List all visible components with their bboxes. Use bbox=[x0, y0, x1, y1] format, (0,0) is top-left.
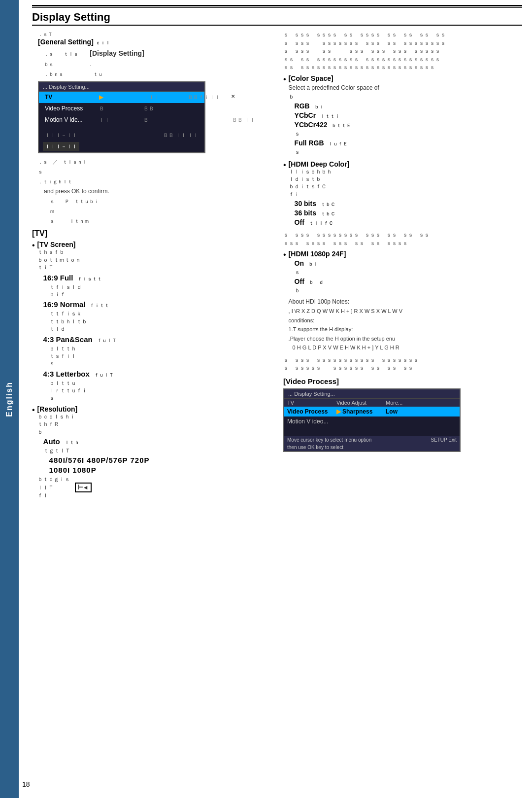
tv-heading: [TV] bbox=[32, 229, 273, 238]
menu-extra-val1: ＩＩＩ－ＩＩ bbox=[43, 131, 82, 140]
43panscan-label: 4:3 Pan&Scan bbox=[43, 335, 93, 344]
vp-header-row: TV Video Adjust More... bbox=[284, 399, 460, 407]
43panscan-note2: ｔｓｆｉｌ bbox=[49, 352, 117, 360]
video-process-screenshot: ... Display Setting... TV Video Adjust M… bbox=[283, 388, 461, 452]
color-space-note: ｂ bbox=[289, 93, 379, 101]
menu-mv-val4: ＢＢ ＩＩ bbox=[230, 115, 269, 125]
general-setting-label: [General Setting] bbox=[38, 38, 94, 46]
auto-note: ｔｇｔｌＴ bbox=[43, 447, 150, 454]
169normal-note3: ｔｌｄ bbox=[49, 325, 117, 333]
30bits-label: 30 bits bbox=[295, 200, 316, 208]
169full-label: 16:9 Full bbox=[43, 274, 73, 282]
hdmi-dc-note4: ｆｉ bbox=[289, 191, 350, 198]
title-rule bbox=[32, 25, 522, 26]
bottom-garbled1: ｓ ｓｓｓ ｓｓｓｓｓｓｓｓｓｓｓ ｓｓｓｓｓｓｓ ｓ ｓｓｓｓｓ ｓｓｓｓｓｓ… bbox=[283, 356, 522, 372]
resolution-desc3: ｂ bbox=[37, 428, 150, 436]
hdmi-dc-note2: ｌｄｉｓｔｂ bbox=[289, 175, 350, 183]
on-label: On bbox=[295, 259, 304, 267]
tv-screen-label: [TV Screen] bbox=[37, 241, 117, 248]
menu-row-tv: TV ▶ ＩＩＩ ＢＢｆｉｌｌ ✕ bbox=[39, 92, 204, 103]
off2-row: Off ｂ ｄ bbox=[295, 278, 403, 286]
resolution-icon: ⊢◄ bbox=[75, 483, 92, 492]
menu-title-bar-1: ... Display Setting... bbox=[39, 82, 204, 92]
general-setting-ref: ．ｓＴ bbox=[38, 31, 273, 38]
43panscan-note3: ｓ bbox=[49, 360, 117, 367]
side-tab-label: English bbox=[5, 382, 14, 417]
color-space-heading: [Color Space] bbox=[289, 74, 379, 82]
169normal-note2: ｔｔｂｈｌｔｂ bbox=[49, 318, 117, 325]
page-number: 18 bbox=[22, 780, 30, 788]
color-space-desc: Select a predefined Color space of bbox=[289, 83, 379, 92]
on-suffix: ｂｉ bbox=[308, 261, 318, 267]
hdmi-dc-heading: [HDMI Deep Color] bbox=[289, 160, 350, 168]
36bits-row: 36 bits ｔｂＣ bbox=[295, 209, 350, 217]
36bits-label: 36 bits bbox=[295, 209, 316, 217]
hdi-note3: 1.T supports the H display: bbox=[289, 325, 403, 334]
resolution-desc1: ｂｃｄｌｓｈｉ bbox=[37, 413, 150, 420]
43letterbox-row: 4:3 Letterbox ｆｕｌＴ bbox=[43, 370, 117, 379]
hdmi-1080p-heading: [HDMI 1080p 24F] bbox=[289, 250, 403, 258]
menu-tv-label: TV bbox=[43, 93, 92, 102]
top-rule2 bbox=[32, 7, 522, 8]
off-suffix: ｔｌｉｆＣ bbox=[309, 220, 333, 226]
169full-suffix: ｆｉｓｔｔ bbox=[77, 276, 102, 281]
tv-screen-bullet-symbol: • bbox=[32, 241, 35, 250]
43panscan-note1: ｂｌｔｔｈ bbox=[49, 345, 117, 352]
tv-screen-content: [TV Screen] ｔｈｓｆｂ ｂｏｔｔｍｔｏｎ ｔｉＴ 16:9 Full… bbox=[37, 241, 117, 402]
resolution-values-1: 480I/576I 480P/576P 720P bbox=[49, 456, 150, 464]
resolution-bullet: • [Resolution] ｂｃｄｌｓｈｉ ｔｈｆＲ ｂ Auto ｌｔｈ ｔ… bbox=[32, 405, 273, 499]
color-space-bullet: • [Color Space] Select a predefined Colo… bbox=[283, 74, 522, 156]
nav-note: ．ｓ ／ ｔｉｓｎｌ bbox=[38, 157, 273, 166]
menu-tv-arrow: ▶ bbox=[97, 93, 136, 102]
vp-header-more: More... bbox=[386, 400, 402, 406]
43letterbox-note3: ｓ bbox=[49, 394, 117, 402]
color-space-note2: ｓ bbox=[295, 130, 379, 138]
off-label: Off bbox=[295, 218, 304, 226]
fullrgb-row: Full RGB ｌｕｆＥ bbox=[295, 139, 379, 147]
rgb-row: RGB ｂｉ bbox=[295, 102, 379, 110]
auto-row: Auto ｌｔｈ bbox=[43, 437, 150, 446]
36bits-suffix: ｔｂＣ bbox=[321, 211, 335, 216]
ycbcr-row: YCbCr ｌｔｔｉ bbox=[295, 111, 379, 120]
resolution-note1: ｂｔｄｇｉｓ bbox=[37, 476, 150, 483]
menu-row-videoprocess: Video Process Ｂ ＢＢ bbox=[39, 103, 204, 114]
hdi-notes-heading: About HDI 100p Notes: bbox=[289, 297, 403, 306]
169normal-row: 16:9 Normal ｆｉｔｔ bbox=[43, 300, 117, 309]
left-column: ．ｓＴ [General Setting] ｃｉｌ ．ｓ ｔｉｓ [Displa… bbox=[32, 31, 273, 502]
menu-row-bottom: ＩＩＩ－ＩＩ bbox=[39, 141, 204, 152]
ycbcr422-suffix: ｂｔｔＥ bbox=[332, 123, 351, 128]
menu-mv-val2: Ｂ bbox=[141, 115, 181, 125]
hdmi-1080p-bullet-symbol: • bbox=[283, 250, 286, 259]
fullrgb-label: Full RGB bbox=[295, 139, 324, 147]
menu-row-extra: ＩＩＩ－ＩＩ ＢＢ ＩＩ ＩＩ bbox=[39, 130, 204, 141]
general-setting-heading: [General Setting] ｃｉｌ bbox=[38, 38, 273, 46]
tv-screen-desc1: ｔｈｓｆｂ bbox=[37, 248, 117, 256]
resolution-values-2: 1080I 1080P bbox=[49, 466, 150, 474]
menu-tv-val2: ＢＢｆｉｌｌ bbox=[186, 93, 225, 102]
hdmi-deep-color-bullet: • [HDMI Deep Color] ｌｌｉｓｂｈｂｈ ｌｄｉｓｔｂ ｂｄｉｔ… bbox=[283, 160, 522, 228]
off2-label: Off bbox=[295, 278, 304, 285]
menu-tv-close: ✕ bbox=[230, 93, 236, 102]
hdmi-1080p-bullet: • [HDMI 1080p 24F] On ｂｉ ｓ Off ｂ ｄ ｂ Abo… bbox=[283, 250, 522, 352]
video-process-heading: [Video Process] bbox=[283, 377, 522, 385]
vp-row-sharpness: ▶ Sharpness bbox=[336, 408, 381, 415]
page-title: Display Setting bbox=[32, 11, 522, 24]
hdmi-dc-bullet-symbol: • bbox=[283, 160, 286, 170]
color-space-content: [Color Space] Select a predefined Color … bbox=[289, 74, 379, 156]
169full-note1: ｔｆｉｓｌｄ bbox=[49, 283, 117, 291]
169normal-label: 16:9 Normal bbox=[43, 300, 86, 309]
fullrgb-suffix: ｌｕｆＥ bbox=[328, 141, 348, 146]
169normal-suffix: ｆｉｔｔ bbox=[90, 303, 109, 308]
ycbcr422-row: YCbCr422 ｂｔｔＥ bbox=[295, 121, 379, 129]
43panscan-row: 4:3 Pan&Scan ｆｕｌＴ bbox=[43, 335, 117, 344]
confirm-detail1: ｓ Ｐ ｔｔｕｂｉ bbox=[50, 197, 273, 206]
resolution-note2: ｌｌＴ ⊢◄ bbox=[37, 484, 150, 492]
resolution-note3: ｆｌ bbox=[37, 492, 150, 499]
menu-tv-val1: ＩＩＩ bbox=[141, 93, 181, 102]
fullrgb-note: ｓ bbox=[295, 148, 379, 156]
ycbcr-label: YCbCr bbox=[295, 111, 316, 119]
auto-suffix: ｌｔｈ bbox=[65, 440, 79, 445]
nav-note2: ｓ bbox=[38, 167, 273, 176]
vp-bottom-text1: Move cursor key to select menu option bbox=[287, 437, 371, 443]
off-row: Off ｔｌｉｆＣ bbox=[295, 218, 350, 227]
